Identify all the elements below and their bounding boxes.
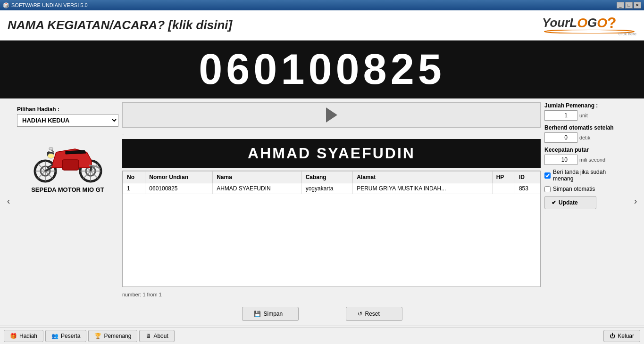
mark-checkbox-label: Beri tanda jika sudah menang <box>553 169 627 182</box>
pagination-info: number: 1 from 1 <box>122 290 541 299</box>
main-content: NAMA KEGIATAN/ACARA? [klik disini] Your … <box>0 10 644 344</box>
simpan-button[interactable]: 💾 Simpan <box>242 307 299 321</box>
prize-image-area: SEPEDA MOTOR MIO GT <box>17 131 118 195</box>
maximize-button[interactable]: □ <box>625 2 633 8</box>
window-controls[interactable]: _ □ ✕ <box>617 2 641 8</box>
col-alamat: Alamat <box>353 172 492 183</box>
col-nomor-undian: Nomor Undian <box>145 172 213 183</box>
hadiah-label: Hadiah <box>19 333 37 339</box>
monitor-icon: 🖥 <box>145 333 151 339</box>
hadiah-button[interactable]: 🎁 Hadiah <box>4 330 43 342</box>
simpan-label: Simpan <box>264 311 283 317</box>
center-panel: - AHMAD SYAEFUDIN No Nomor Undian Nama C… <box>122 102 541 299</box>
col-cabang: Cabang <box>301 172 353 183</box>
action-buttons-area: 💾 Simpan ↺ Reset <box>0 303 644 325</box>
col-nama: Nama <box>213 172 301 183</box>
play-dash: - <box>122 131 541 136</box>
speed-unit: mili second <box>579 157 605 163</box>
trophy-icon: 🏆 <box>94 333 101 339</box>
pemenang-button[interactable]: 🏆 Pemenang <box>88 330 137 342</box>
auto-stop-input[interactable] <box>544 132 577 143</box>
big-number-display: 060100825 <box>0 45 644 94</box>
reset-label: Reset <box>365 311 380 317</box>
peserta-button[interactable]: 👥 Peserta <box>45 330 86 342</box>
logo-O1: O <box>577 16 587 31</box>
logo-container: Your LOGO? click here <box>542 14 636 36</box>
separator <box>0 326 644 326</box>
app-icon: 🎲 <box>3 2 9 8</box>
table-cell-nama: AHMAD SYAEFUDIN <box>213 183 301 194</box>
prize-motorcycle-image <box>30 132 106 184</box>
minimize-button[interactable]: _ <box>617 2 624 8</box>
winner-count-unit: unit <box>579 113 588 118</box>
prize-dropdown[interactable]: HADIAH KEDUA HADIAH PERTAMA HADIAH KETIG… <box>17 114 118 127</box>
logo-O2: O <box>597 16 607 31</box>
keluar-label: Keluar <box>618 333 634 339</box>
speed-group: Kecepatan putar mili second <box>544 147 627 165</box>
pemenang-label: Pemenang <box>104 333 131 339</box>
app-title[interactable]: NAMA KEGIATAN/ACARA? [klik disini] <box>8 18 232 33</box>
play-button-icon[interactable] <box>326 107 337 123</box>
close-button[interactable]: ✕ <box>634 2 641 8</box>
about-button[interactable]: 🖥 About <box>139 330 174 342</box>
table-row: 1060100825AHMAD SYAEFUDINyogyakartaPERUM… <box>123 183 540 194</box>
winner-count-input[interactable] <box>544 110 577 121</box>
floppy-icon: 💾 <box>254 311 261 317</box>
header-area: NAMA KEGIATAN/ACARA? [klik disini] Your … <box>0 10 644 41</box>
bottom-nav: 🎁 Hadiah 👥 Peserta 🏆 Pemenang 🖥 About ⏻ … <box>0 327 644 344</box>
auto-save-checkbox-label: Simpan otomatis <box>553 186 595 192</box>
col-no: No <box>123 172 145 183</box>
update-button[interactable]: ✔ Update <box>544 196 596 209</box>
mark-checkbox-row: Beri tanda jika sudah menang <box>544 169 627 182</box>
logo-click-text: click here <box>542 32 636 36</box>
speed-input[interactable] <box>544 155 577 165</box>
big-number-area: 060100825 <box>0 41 644 98</box>
keluar-button[interactable]: ⏻ Keluar <box>603 330 640 342</box>
prize-name: SEPEDA MOTOR MIO GT <box>31 186 104 193</box>
peserta-label: Peserta <box>61 333 80 339</box>
body-area: ‹ Pilihan Hadiah : HADIAH KEDUA HADIAH P… <box>0 98 644 303</box>
title-bar: 🎲 SOFTWARE UNDIAN VERSI 5.0 _ □ ✕ <box>0 0 644 10</box>
winner-banner: AHMAD SYAEFUDIN <box>122 139 541 168</box>
reset-button[interactable]: ↺ Reset <box>346 307 402 321</box>
logo-your-text: Your <box>542 16 569 30</box>
auto-stop-group: Berhenti otomatis setelah detik <box>544 124 627 143</box>
gift-icon: 🎁 <box>10 333 17 339</box>
logo-G: G <box>587 16 597 30</box>
auto-save-checkbox[interactable] <box>544 186 551 192</box>
speed-label: Kecepatan putar <box>544 147 627 153</box>
svg-rect-21 <box>49 147 53 150</box>
bottom-nav-left: 🎁 Hadiah 👥 Peserta 🏆 Pemenang 🖥 About <box>4 330 175 342</box>
power-icon: ⏻ <box>610 333 615 339</box>
logo-area[interactable]: Your LOGO? click here <box>542 14 636 36</box>
auto-save-checkbox-row: Simpan otomatis <box>544 186 627 192</box>
nav-arrow-right[interactable]: › <box>631 102 640 299</box>
table-cell-alamat: PERUM GRIYA MUSTIKA INDAH... <box>353 183 492 194</box>
table-cell-no: 1 <box>123 183 145 194</box>
col-hp: HP <box>492 172 515 183</box>
right-panel: Jumlah Pemenang : unit Berhenti otomatis… <box>544 102 627 299</box>
results-table: No Nomor Undian Nama Cabang Alamat HP ID… <box>123 171 540 194</box>
checkmark-icon: ✔ <box>552 199 556 206</box>
update-button-label: Update <box>559 199 578 206</box>
auto-stop-unit: detik <box>579 135 590 140</box>
table-cell-id: 853 <box>515 183 540 194</box>
winner-count-group: Jumlah Pemenang : unit <box>544 102 627 121</box>
logo-question: ? <box>607 14 617 32</box>
people-icon: 👥 <box>51 333 59 339</box>
col-id: ID <box>515 172 540 183</box>
svg-point-19 <box>48 154 54 158</box>
table-cell-nomor_undian: 060100825 <box>145 183 213 194</box>
refresh-icon: ↺ <box>358 311 362 317</box>
logo-L: L <box>569 16 577 30</box>
left-panel: Pilihan Hadiah : HADIAH KEDUA HADIAH PER… <box>17 102 118 299</box>
table-header-row: No Nomor Undian Nama Cabang Alamat HP ID <box>123 172 540 183</box>
winner-name-display: AHMAD SYAEFUDIN <box>128 145 535 162</box>
about-label: About <box>153 333 168 339</box>
play-button-container[interactable] <box>122 102 541 128</box>
nav-arrow-left[interactable]: ‹ <box>4 102 13 299</box>
logo-main: Your LOGO? <box>542 14 636 32</box>
title-bar-text: SOFTWARE UNDIAN VERSI 5.0 <box>11 2 88 8</box>
mark-checkbox[interactable] <box>544 172 551 179</box>
auto-stop-label: Berhenti otomatis setelah <box>544 124 627 131</box>
